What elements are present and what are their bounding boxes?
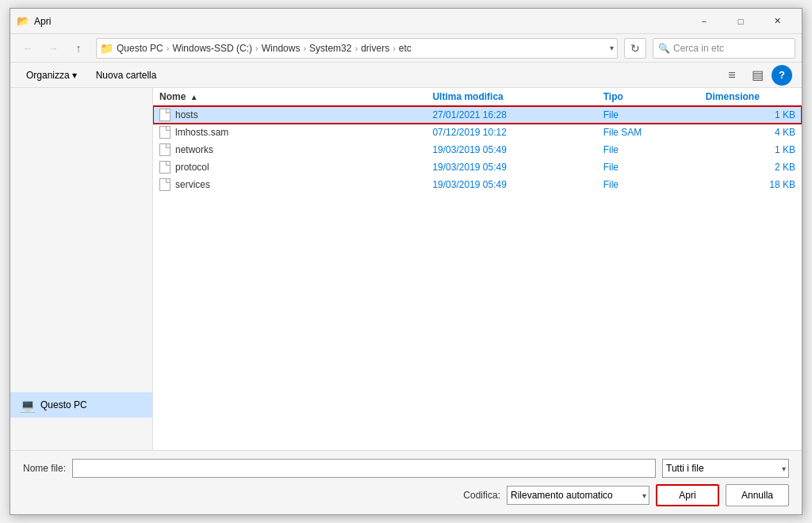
file-name-cell: lmhosts.sam — [153, 124, 426, 141]
search-icon: 🔍 — [658, 43, 670, 54]
organizza-label: Organizza — [26, 70, 70, 81]
organizza-dropdown-icon: ▾ — [72, 70, 77, 81]
breadcrumb-drive[interactable]: Windows-SSD (C:) — [172, 43, 252, 54]
codifica-row: Codifica: Rilevamento automatico Apri An… — [23, 484, 789, 506]
action-bar: Organizza ▾ Nuova cartella ≡ ▤ ? — [10, 63, 802, 88]
file-icon — [159, 178, 170, 191]
file-table: Nome ▲ Ultima modifica Tipo Dimensione — [153, 88, 802, 193]
apri-button[interactable]: Apri — [656, 484, 719, 506]
file-name-text: protocol — [175, 162, 209, 173]
col-nome-header[interactable]: Nome ▲ — [153, 88, 426, 106]
address-bar[interactable]: 📁 Questo PC › Windows-SSD (C:) › Windows… — [96, 38, 618, 59]
filetype-select-wrapper: Tutti i file — [662, 459, 789, 478]
sidebar-item-questo-pc[interactable]: 💻 Questo PC — [10, 392, 152, 418]
file-name-text: hosts — [175, 109, 198, 120]
table-row[interactable]: networks19/03/2019 05:49File1 KB — [153, 141, 802, 158]
breadcrumb-drivers[interactable]: drivers — [361, 43, 389, 54]
title-bar: 📂 Apri − □ ✕ — [10, 9, 802, 34]
file-date-cell: 27/01/2021 16:28 — [426, 106, 596, 124]
filetype-select[interactable]: Tutti i file — [662, 459, 789, 478]
breadcrumb-windows[interactable]: Windows — [262, 43, 301, 54]
file-type-cell: File — [597, 176, 699, 193]
preview-pane-button[interactable]: ▤ — [746, 65, 768, 86]
file-size-cell: 1 KB — [699, 106, 802, 124]
back-button[interactable]: ← — [17, 37, 39, 59]
col-date-header[interactable]: Ultima modifica — [426, 88, 596, 106]
codifica-select[interactable]: Rilevamento automatico — [507, 486, 649, 505]
file-type-cell: File — [597, 106, 699, 124]
file-size-cell: 18 KB — [699, 176, 802, 193]
file-type-cell: File SAM — [597, 124, 699, 141]
navigation-toolbar: ← → ↑ 📁 Questo PC › Windows-SSD (C:) › W… — [10, 34, 802, 63]
nome-file-label: Nome file: — [23, 463, 66, 474]
forward-button[interactable]: → — [42, 37, 64, 59]
sort-arrow-icon: ▲ — [190, 93, 198, 101]
content-area: 💻 Questo PC Nome ▲ Ultima modifica — [10, 88, 802, 450]
file-name-text: lmhosts.sam — [175, 127, 228, 138]
table-row[interactable]: hosts27/01/2021 16:28File1 KB — [153, 106, 802, 124]
file-date-cell: 19/03/2019 05:49 — [426, 158, 596, 176]
annulla-button[interactable]: Annulla — [726, 484, 789, 506]
bottom-bar: Nome file: Tutti i file Codifica: Rileva… — [10, 450, 802, 514]
breadcrumb-system32[interactable]: System32 — [309, 43, 351, 54]
sidebar-item-label: Questo PC — [40, 399, 87, 410]
nuova-cartella-button[interactable]: Nuova cartella — [90, 65, 163, 86]
open-dialog: 📂 Apri − □ ✕ ← → ↑ 📁 Questo PC › Windows… — [10, 8, 802, 515]
col-type-header[interactable]: Tipo — [597, 88, 699, 106]
file-table-header: Nome ▲ Ultima modifica Tipo Dimensione — [153, 88, 802, 106]
codifica-label: Codifica: — [463, 490, 500, 501]
file-size-cell: 4 KB — [699, 124, 802, 141]
file-date-cell: 19/03/2019 05:49 — [426, 141, 596, 158]
file-type-cell: File — [597, 158, 699, 176]
table-row[interactable]: lmhosts.sam07/12/2019 10:12File SAM4 KB — [153, 124, 802, 141]
file-icon — [159, 161, 170, 174]
col-size-header[interactable]: Dimensione — [699, 88, 802, 106]
organizza-button[interactable]: Organizza ▾ — [20, 65, 83, 86]
filename-input[interactable] — [72, 459, 656, 478]
sidebar: 💻 Questo PC — [10, 88, 153, 450]
close-button[interactable]: ✕ — [759, 9, 795, 34]
filename-row: Nome file: Tutti i file — [23, 459, 789, 478]
file-name-cell: services — [153, 176, 426, 193]
search-box: 🔍 Cerca in etc — [653, 38, 795, 59]
file-name-cell: networks — [153, 141, 426, 158]
view-toggle-button[interactable]: ≡ — [721, 65, 743, 86]
view-controls: ≡ ▤ ? — [721, 65, 792, 86]
window-controls: − □ ✕ — [686, 9, 795, 34]
table-row[interactable]: protocol19/03/2019 05:49File2 KB — [153, 158, 802, 176]
file-icon — [159, 126, 170, 139]
help-button[interactable]: ? — [772, 65, 792, 86]
file-name-text: services — [175, 179, 210, 190]
codifica-select-wrapper: Rilevamento automatico — [507, 486, 649, 505]
file-name-cell: protocol — [153, 158, 426, 176]
breadcrumb-questo-pc[interactable]: Questo PC — [117, 43, 163, 54]
maximize-button[interactable]: □ — [722, 9, 759, 34]
nuova-cartella-label: Nuova cartella — [96, 70, 157, 81]
file-name-cell: hosts — [153, 106, 426, 124]
address-folder-icon: 📁 — [100, 42, 113, 55]
minimize-button[interactable]: − — [686, 9, 722, 34]
file-list-body: hosts27/01/2021 16:28File1 KBlmhosts.sam… — [153, 106, 802, 194]
file-name-text: networks — [175, 144, 213, 155]
file-date-cell: 07/12/2019 10:12 — [426, 124, 596, 141]
file-date-cell: 19/03/2019 05:49 — [426, 176, 596, 193]
refresh-button[interactable]: ↻ — [624, 38, 646, 59]
file-icon — [159, 109, 170, 121]
file-size-cell: 2 KB — [699, 158, 802, 176]
computer-icon: 💻 — [20, 398, 36, 413]
search-placeholder: Cerca in etc — [673, 43, 724, 54]
file-type-cell: File — [597, 141, 699, 158]
file-icon — [159, 143, 170, 156]
file-size-cell: 1 KB — [699, 141, 802, 158]
file-list-area: Nome ▲ Ultima modifica Tipo Dimensione — [153, 88, 802, 450]
address-dropdown-button[interactable]: ▾ — [610, 44, 614, 52]
up-button[interactable]: ↑ — [67, 37, 90, 59]
dialog-icon: 📂 — [17, 15, 29, 28]
breadcrumb-etc[interactable]: etc — [399, 43, 412, 54]
table-row[interactable]: services19/03/2019 05:49File18 KB — [153, 176, 802, 193]
dialog-title: Apri — [34, 16, 686, 27]
